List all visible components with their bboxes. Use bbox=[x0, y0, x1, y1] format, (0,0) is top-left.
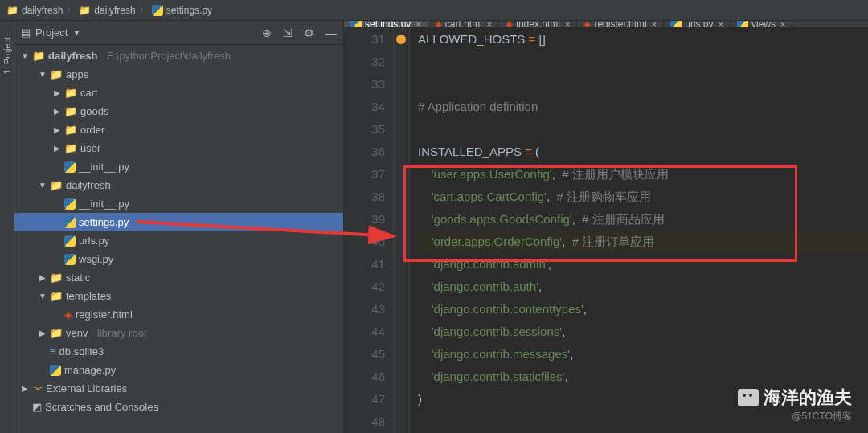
close-icon[interactable]: × bbox=[416, 21, 420, 28]
code-line[interactable]: 'order.apps.OrderConfig', # 注册订单应用 bbox=[418, 231, 868, 253]
tree-item[interactable]: ≡db.sqlite3 bbox=[14, 342, 343, 361]
hide-icon[interactable]: — bbox=[326, 27, 337, 39]
crumb-file[interactable]: settings.py bbox=[152, 5, 212, 16]
close-icon[interactable]: × bbox=[780, 21, 785, 28]
warning-icon[interactable] bbox=[396, 35, 406, 44]
code-line[interactable]: 'django.contrib.contenttypes', bbox=[418, 298, 868, 321]
code-area[interactable]: 313233343536373839404142434445464748 ALL… bbox=[344, 28, 868, 433]
expand-arrow-icon[interactable] bbox=[39, 181, 47, 190]
html-file-icon: ◈ bbox=[506, 21, 513, 28]
line-number[interactable]: 48 bbox=[344, 411, 385, 433]
expand-arrow-icon[interactable] bbox=[53, 88, 61, 97]
project-tool-button[interactable]: 1: Project bbox=[2, 37, 12, 74]
tree-item[interactable]: 📁user bbox=[14, 139, 343, 157]
expand-arrow-icon[interactable] bbox=[53, 144, 61, 153]
tree-item[interactable]: wsgi.py bbox=[14, 250, 343, 268]
collapse-all-icon[interactable]: ⇲ bbox=[283, 27, 293, 39]
tree-item-label: templates bbox=[66, 290, 111, 302]
line-number[interactable]: 35 bbox=[344, 118, 385, 141]
line-number[interactable]: 38 bbox=[344, 186, 385, 208]
expand-arrow-icon[interactable] bbox=[39, 273, 47, 282]
tree-item[interactable]: 📁order bbox=[14, 121, 343, 139]
code-line[interactable]: 'django.contrib.auth', bbox=[418, 276, 868, 298]
tree-item[interactable]: settings.py bbox=[14, 213, 343, 231]
crumb-root[interactable]: 📁dailyfresh bbox=[6, 5, 63, 16]
line-number[interactable]: 47 bbox=[344, 388, 385, 411]
expand-arrow-icon[interactable] bbox=[39, 70, 47, 79]
tree-item[interactable]: __init__.py bbox=[14, 157, 343, 176]
tree-item-label: __init__.py bbox=[79, 161, 129, 173]
line-number[interactable]: 34 bbox=[344, 96, 385, 118]
code-line[interactable]: 'django.contrib.messages', bbox=[418, 343, 868, 366]
scratches-and-consoles[interactable]: ◩ Scratches and Consoles bbox=[14, 398, 343, 416]
code-line[interactable]: INSTALLED_APPS = ( bbox=[418, 141, 868, 163]
tree-root[interactable]: 📁 dailyfresh F:\pythonProject\dailyfresh bbox=[14, 47, 343, 65]
project-tree[interactable]: 📁 dailyfresh F:\pythonProject\dailyfresh… bbox=[14, 45, 343, 433]
close-icon[interactable]: × bbox=[487, 21, 492, 28]
tree-item[interactable]: manage.py bbox=[14, 361, 343, 379]
line-number[interactable]: 31 bbox=[344, 28, 385, 51]
code-line[interactable]: 'django.contrib.staticfiles', bbox=[418, 366, 868, 388]
tree-item[interactable]: 📁dailyfresh bbox=[14, 176, 343, 194]
editor-tab[interactable]: ◈register.html× bbox=[577, 21, 664, 27]
code-line[interactable]: 'cart.apps.CartConfig', # 注册购物车应用 bbox=[418, 186, 868, 208]
gear-icon[interactable]: ⚙ bbox=[304, 27, 314, 39]
gutter[interactable]: 313233343536373839404142434445464748 bbox=[344, 28, 394, 433]
code-line[interactable] bbox=[418, 118, 868, 141]
code-margin bbox=[394, 28, 410, 433]
code-line[interactable]: 'django.contrib.sessions', bbox=[418, 321, 868, 343]
line-number[interactable]: 44 bbox=[344, 321, 385, 343]
code-line[interactable]: 'django.contrib.admin', bbox=[418, 253, 868, 276]
line-number[interactable]: 40 bbox=[344, 231, 385, 253]
close-icon[interactable]: × bbox=[719, 21, 723, 28]
chevron-down-icon[interactable]: ▼ bbox=[72, 28, 80, 37]
editor-tab[interactable]: ◈index.html× bbox=[499, 21, 577, 27]
expand-arrow-icon[interactable] bbox=[53, 107, 61, 116]
line-number[interactable]: 43 bbox=[344, 298, 385, 321]
code-line[interactable]: ALLOWED_HOSTS = [] bbox=[418, 28, 868, 51]
line-number[interactable]: 39 bbox=[344, 208, 385, 231]
editor-tab[interactable]: views× bbox=[731, 21, 792, 27]
code-line[interactable]: 'user.apps.UserConfig', # 注册用户模块应用 bbox=[418, 163, 868, 186]
tree-item[interactable]: 📁venv library root bbox=[14, 324, 343, 342]
line-number[interactable]: 42 bbox=[344, 276, 385, 298]
tree-item[interactable]: 📁templates bbox=[14, 287, 343, 305]
expand-arrow-icon[interactable] bbox=[21, 51, 29, 60]
expand-arrow-icon[interactable] bbox=[21, 384, 29, 393]
line-number[interactable]: 46 bbox=[344, 366, 385, 388]
tree-item[interactable]: ◈register.html bbox=[14, 305, 343, 324]
tree-item[interactable]: 📁cart bbox=[14, 84, 343, 102]
line-number[interactable]: 37 bbox=[344, 163, 385, 186]
sqlite-icon: ≡ bbox=[50, 345, 56, 357]
editor-tab[interactable]: urls.py× bbox=[664, 21, 731, 27]
libraries-icon: ⫘ bbox=[32, 382, 43, 394]
code-line[interactable] bbox=[418, 51, 868, 73]
close-icon[interactable]: × bbox=[652, 21, 657, 28]
expand-arrow-icon[interactable] bbox=[39, 329, 47, 337]
expand-arrow-icon[interactable] bbox=[53, 125, 61, 134]
tree-item[interactable]: urls.py bbox=[14, 231, 343, 250]
line-number[interactable]: 45 bbox=[344, 343, 385, 366]
tree-item[interactable]: 📁goods bbox=[14, 102, 343, 121]
code-line[interactable] bbox=[418, 73, 868, 96]
scroll-from-source-icon[interactable]: ⊕ bbox=[262, 27, 272, 39]
close-icon[interactable]: × bbox=[565, 21, 570, 28]
wechat-icon bbox=[738, 389, 759, 406]
crumb-dir[interactable]: 📁dailyfresh bbox=[79, 5, 135, 16]
code-line[interactable]: # Application definition bbox=[418, 96, 868, 118]
editor-tab[interactable]: ◈cart.html× bbox=[428, 21, 499, 27]
line-number[interactable]: 41 bbox=[344, 253, 385, 276]
code-text[interactable]: ALLOWED_HOSTS = []# Application definiti… bbox=[410, 28, 868, 433]
external-libraries[interactable]: ⫘ External Libraries bbox=[14, 379, 343, 398]
line-number[interactable]: 33 bbox=[344, 73, 385, 96]
line-number[interactable]: 36 bbox=[344, 141, 385, 163]
tree-item[interactable]: __init__.py bbox=[14, 194, 343, 213]
html-icon: ◈ bbox=[64, 308, 72, 321]
expand-arrow-icon[interactable] bbox=[39, 292, 47, 300]
editor-tab[interactable]: settings.py× bbox=[344, 21, 428, 27]
line-number[interactable]: 32 bbox=[344, 51, 385, 73]
tree-item[interactable]: 📁static bbox=[14, 268, 343, 287]
project-label[interactable]: Project bbox=[35, 27, 68, 39]
code-line[interactable]: 'goods.apps.GoodsConfig', # 注册商品应用 bbox=[418, 208, 868, 231]
tree-item[interactable]: 📁apps bbox=[14, 65, 343, 84]
